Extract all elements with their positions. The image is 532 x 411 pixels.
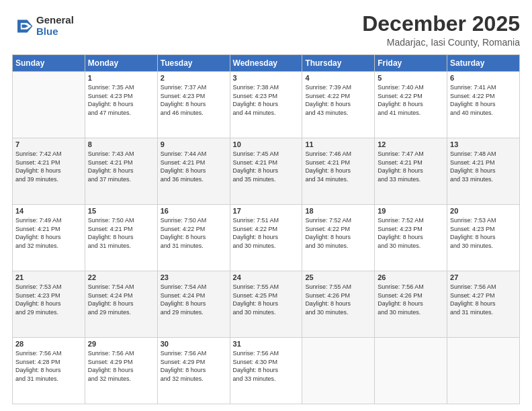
- day-info: Sunrise: 7:47 AMSunset: 4:21 PMDaylight:…: [378, 150, 444, 183]
- logo-text: General Blue: [36, 15, 74, 37]
- calendar-cell: 17Sunrise: 7:51 AMSunset: 4:22 PMDayligh…: [230, 205, 302, 271]
- calendar-cell: 26Sunrise: 7:56 AMSunset: 4:26 PMDayligh…: [375, 271, 447, 338]
- calendar-day-header: Sunday: [13, 55, 85, 72]
- day-number: 10: [233, 140, 300, 148]
- day-info: Sunrise: 7:56 AMSunset: 4:27 PMDaylight:…: [450, 283, 517, 316]
- day-number: 13: [450, 140, 517, 148]
- calendar-day-header: Friday: [375, 55, 447, 72]
- day-number: 17: [233, 207, 300, 215]
- day-info: Sunrise: 7:40 AMSunset: 4:22 PMDaylight:…: [378, 83, 444, 117]
- calendar-cell: 1Sunrise: 7:35 AMSunset: 4:23 PMDaylight…: [85, 72, 157, 138]
- day-info: Sunrise: 7:44 AMSunset: 4:21 PMDaylight:…: [161, 150, 227, 183]
- calendar-cell: 14Sunrise: 7:49 AMSunset: 4:21 PMDayligh…: [13, 205, 85, 271]
- calendar-cell: 19Sunrise: 7:52 AMSunset: 4:23 PMDayligh…: [375, 205, 447, 271]
- calendar-cell: 22Sunrise: 7:54 AMSunset: 4:24 PMDayligh…: [85, 271, 157, 338]
- calendar-table: SundayMondayTuesdayWednesdayThursdayFrid…: [12, 54, 520, 404]
- day-info: Sunrise: 7:55 AMSunset: 4:25 PMDaylight:…: [233, 283, 300, 316]
- calendar-week-row: 14Sunrise: 7:49 AMSunset: 4:21 PMDayligh…: [13, 205, 520, 271]
- day-number: 11: [305, 140, 371, 148]
- calendar-cell: 30Sunrise: 7:56 AMSunset: 4:29 PMDayligh…: [157, 338, 230, 404]
- day-number: 1: [88, 74, 154, 82]
- day-number: 20: [450, 207, 517, 215]
- day-info: Sunrise: 7:53 AMSunset: 4:23 PMDaylight:…: [15, 283, 82, 316]
- calendar-day-header: Tuesday: [157, 55, 230, 72]
- day-number: 27: [450, 273, 517, 281]
- day-info: Sunrise: 7:42 AMSunset: 4:21 PMDaylight:…: [15, 150, 82, 183]
- day-number: 22: [88, 273, 154, 281]
- day-info: Sunrise: 7:48 AMSunset: 4:21 PMDaylight:…: [450, 150, 517, 183]
- logo-blue: Blue: [36, 26, 74, 38]
- day-info: Sunrise: 7:56 AMSunset: 4:29 PMDaylight:…: [88, 349, 154, 383]
- day-number: 19: [378, 207, 444, 215]
- day-number: 28: [15, 340, 82, 348]
- day-info: Sunrise: 7:37 AMSunset: 4:23 PMDaylight:…: [161, 83, 227, 117]
- day-number: 7: [15, 140, 82, 148]
- day-number: 31: [233, 340, 300, 348]
- calendar-week-row: 1Sunrise: 7:35 AMSunset: 4:23 PMDaylight…: [13, 72, 520, 138]
- day-info: Sunrise: 7:49 AMSunset: 4:21 PMDaylight:…: [15, 216, 82, 250]
- calendar-week-row: 21Sunrise: 7:53 AMSunset: 4:23 PMDayligh…: [13, 271, 520, 338]
- calendar-cell: 12Sunrise: 7:47 AMSunset: 4:21 PMDayligh…: [375, 138, 447, 205]
- calendar-cell: 4Sunrise: 7:39 AMSunset: 4:22 PMDaylight…: [302, 72, 375, 138]
- calendar-cell: 28Sunrise: 7:56 AMSunset: 4:28 PMDayligh…: [13, 338, 85, 404]
- day-info: Sunrise: 7:53 AMSunset: 4:23 PMDaylight:…: [450, 216, 517, 250]
- calendar-day-header: Wednesday: [230, 55, 302, 72]
- day-info: Sunrise: 7:54 AMSunset: 4:24 PMDaylight:…: [88, 283, 154, 316]
- day-number: 21: [15, 273, 82, 281]
- day-number: 18: [305, 207, 371, 215]
- calendar-cell: 25Sunrise: 7:55 AMSunset: 4:26 PMDayligh…: [302, 271, 375, 338]
- logo: General Blue: [12, 15, 74, 37]
- day-number: 4: [305, 74, 371, 82]
- page: General Blue December 2025 Madarjac, Ias…: [0, 0, 532, 411]
- day-number: 15: [88, 207, 154, 215]
- calendar-cell: 16Sunrise: 7:50 AMSunset: 4:22 PMDayligh…: [157, 205, 230, 271]
- calendar-cell: 10Sunrise: 7:45 AMSunset: 4:21 PMDayligh…: [230, 138, 302, 205]
- calendar-cell: 21Sunrise: 7:53 AMSunset: 4:23 PMDayligh…: [13, 271, 85, 338]
- calendar-cell: 2Sunrise: 7:37 AMSunset: 4:23 PMDaylight…: [157, 72, 230, 138]
- generalblue-logo-icon: [12, 15, 34, 37]
- day-info: Sunrise: 7:45 AMSunset: 4:21 PMDaylight:…: [233, 150, 300, 183]
- subtitle: Madarjac, Iasi County, Romania: [362, 37, 520, 48]
- day-number: 23: [161, 273, 227, 281]
- day-number: 30: [161, 340, 227, 348]
- day-number: 24: [233, 273, 300, 281]
- day-info: Sunrise: 7:50 AMSunset: 4:21 PMDaylight:…: [88, 216, 154, 250]
- day-info: Sunrise: 7:39 AMSunset: 4:22 PMDaylight:…: [305, 83, 371, 117]
- main-title: December 2025: [362, 12, 520, 36]
- calendar-cell: [375, 338, 447, 404]
- day-number: 26: [378, 273, 444, 281]
- day-info: Sunrise: 7:56 AMSunset: 4:30 PMDaylight:…: [233, 349, 300, 383]
- day-info: Sunrise: 7:56 AMSunset: 4:28 PMDaylight:…: [15, 349, 82, 383]
- calendar-cell: 9Sunrise: 7:44 AMSunset: 4:21 PMDaylight…: [157, 138, 230, 205]
- header: General Blue December 2025 Madarjac, Ias…: [12, 12, 520, 48]
- day-number: 8: [88, 140, 154, 148]
- day-number: 12: [378, 140, 444, 148]
- day-number: 9: [161, 140, 227, 148]
- day-number: 2: [161, 74, 227, 82]
- calendar-day-header: Monday: [85, 55, 157, 72]
- day-number: 3: [233, 74, 300, 82]
- day-info: Sunrise: 7:56 AMSunset: 4:29 PMDaylight:…: [161, 349, 227, 383]
- calendar-cell: 23Sunrise: 7:54 AMSunset: 4:24 PMDayligh…: [157, 271, 230, 338]
- day-number: 5: [378, 74, 444, 82]
- calendar-cell: 6Sunrise: 7:41 AMSunset: 4:22 PMDaylight…: [447, 72, 520, 138]
- calendar-cell: 11Sunrise: 7:46 AMSunset: 4:21 PMDayligh…: [302, 138, 375, 205]
- calendar-cell: [302, 338, 375, 404]
- calendar-day-header: Saturday: [447, 55, 520, 72]
- day-info: Sunrise: 7:51 AMSunset: 4:22 PMDaylight:…: [233, 216, 300, 250]
- calendar-cell: 3Sunrise: 7:38 AMSunset: 4:23 PMDaylight…: [230, 72, 302, 138]
- calendar-cell: 20Sunrise: 7:53 AMSunset: 4:23 PMDayligh…: [447, 205, 520, 271]
- calendar-cell: [13, 72, 85, 138]
- calendar-cell: 18Sunrise: 7:52 AMSunset: 4:22 PMDayligh…: [302, 205, 375, 271]
- day-info: Sunrise: 7:46 AMSunset: 4:21 PMDaylight:…: [305, 150, 371, 183]
- day-info: Sunrise: 7:54 AMSunset: 4:24 PMDaylight:…: [161, 283, 227, 316]
- day-info: Sunrise: 7:41 AMSunset: 4:22 PMDaylight:…: [450, 83, 517, 117]
- day-info: Sunrise: 7:56 AMSunset: 4:26 PMDaylight:…: [378, 283, 444, 316]
- calendar-cell: 5Sunrise: 7:40 AMSunset: 4:22 PMDaylight…: [375, 72, 447, 138]
- calendar-cell: 24Sunrise: 7:55 AMSunset: 4:25 PMDayligh…: [230, 271, 302, 338]
- day-info: Sunrise: 7:50 AMSunset: 4:22 PMDaylight:…: [161, 216, 227, 250]
- day-info: Sunrise: 7:38 AMSunset: 4:23 PMDaylight:…: [233, 83, 300, 117]
- day-number: 14: [15, 207, 82, 215]
- calendar-cell: 15Sunrise: 7:50 AMSunset: 4:21 PMDayligh…: [85, 205, 157, 271]
- title-block: December 2025 Madarjac, Iasi County, Rom…: [362, 12, 520, 48]
